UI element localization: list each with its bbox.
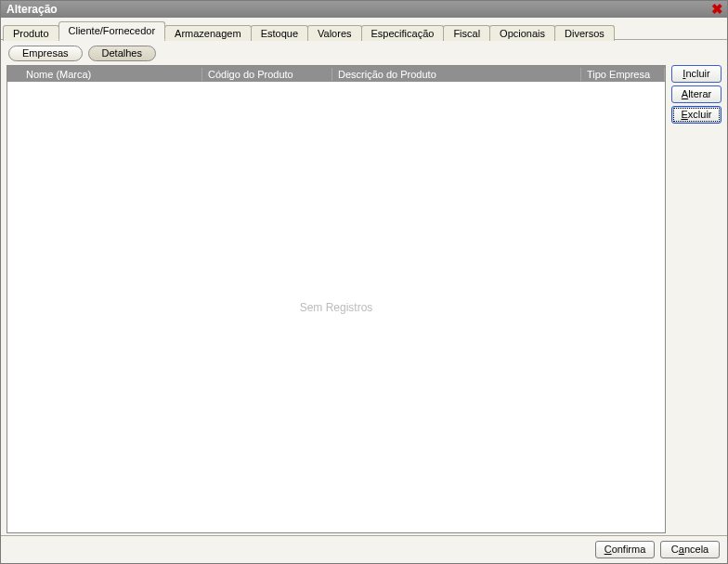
column-header-label: Tipo Empresa	[587, 69, 650, 80]
tab-label: Estoque	[261, 28, 298, 39]
tab-armazenagem[interactable]: Armazenagem	[164, 25, 252, 41]
button-label-rest: xcluir	[688, 109, 712, 120]
column-header-label: Código do Produto	[208, 69, 293, 80]
tab-especificacao[interactable]: Especificação	[361, 25, 445, 41]
confirma-button[interactable]: Confirma	[595, 541, 655, 558]
button-label-rest: ncela	[684, 544, 708, 555]
empty-state-label: Sem Registros	[300, 301, 373, 314]
sub-tabstrip: Empresas Detalhes	[6, 46, 722, 65]
tab-valores[interactable]: Valores	[307, 25, 361, 41]
table-header: Nome (Marca) Código do Produto Descrição…	[7, 66, 665, 82]
title-bar: Alteração ✖	[1, 1, 727, 18]
tab-label: Cliente/Fornecedor	[69, 25, 156, 36]
cancela-button[interactable]: Cancela	[660, 541, 720, 558]
tab-label: Valores	[318, 28, 351, 39]
data-grid[interactable]: Nome (Marca) Código do Produto Descrição…	[6, 65, 666, 533]
main-tabstrip: Produto Cliente/Fornecedor Armazenagem E…	[1, 18, 727, 40]
button-label-rest: lterar	[688, 88, 711, 99]
button-label-prefix: C	[671, 544, 679, 555]
alterar-button[interactable]: Alterar	[671, 85, 722, 103]
tab-label: Produto	[13, 28, 49, 39]
dialog-footer: Confirma Cancela	[1, 535, 727, 563]
column-header-tipo[interactable]: Tipo Empresa	[581, 68, 665, 81]
close-icon[interactable]: ✖	[709, 3, 725, 16]
main-row: Nome (Marca) Código do Produto Descrição…	[6, 65, 722, 533]
column-header-label: Nome (Marca)	[26, 69, 91, 80]
subtab-label: Empresas	[22, 47, 69, 59]
content-panel: Empresas Detalhes Nome (Marca) Código do…	[1, 40, 727, 535]
subtab-empresas[interactable]: Empresas	[8, 46, 83, 61]
tab-fiscal[interactable]: Fiscal	[443, 25, 490, 41]
column-header-label: Descrição do Produto	[338, 69, 436, 80]
tab-diversos[interactable]: Diversos	[554, 25, 615, 41]
button-label-rest: ncluir	[685, 68, 709, 79]
tab-label: Fiscal	[453, 28, 480, 39]
tab-label: Diversos	[565, 28, 604, 39]
column-header-descricao[interactable]: Descrição do Produto	[332, 68, 581, 81]
column-header-nome[interactable]: Nome (Marca)	[20, 68, 202, 81]
table-body: Sem Registros	[7, 82, 665, 532]
button-label-rest: onfirma	[612, 544, 646, 555]
tab-opcionais[interactable]: Opcionais	[489, 25, 555, 41]
window-root: Alteração ✖ Produto Cliente/Fornecedor A…	[0, 0, 728, 564]
side-actions: Incluir Alterar Excluir	[671, 65, 722, 533]
mnemonic: C	[604, 544, 612, 555]
mnemonic: E	[681, 109, 687, 120]
excluir-button[interactable]: Excluir	[671, 106, 722, 124]
tab-estoque[interactable]: Estoque	[251, 25, 308, 41]
tab-label: Especificação	[371, 28, 435, 39]
tab-produto[interactable]: Produto	[3, 25, 59, 41]
window-title: Alteração	[6, 3, 58, 16]
tab-cliente-fornecedor[interactable]: Cliente/Fornecedor	[58, 21, 166, 40]
incluir-button[interactable]: Incluir	[671, 65, 722, 83]
column-header-codigo[interactable]: Código do Produto	[202, 68, 332, 81]
subtab-detalhes[interactable]: Detalhes	[88, 46, 156, 61]
tab-label: Opcionais	[500, 28, 545, 39]
subtab-label: Detalhes	[102, 47, 142, 59]
tab-label: Armazenagem	[175, 28, 241, 39]
